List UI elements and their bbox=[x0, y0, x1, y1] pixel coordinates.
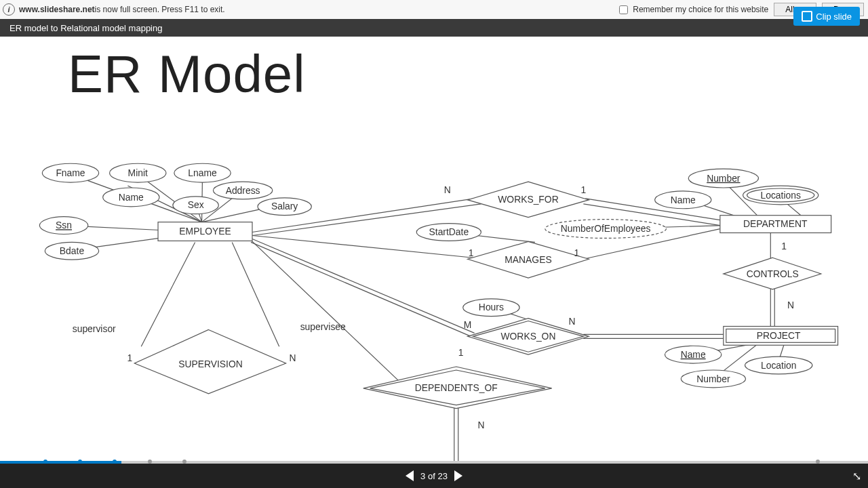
svg-text:N: N bbox=[568, 316, 575, 327]
slide-title: ER Model bbox=[68, 43, 868, 105]
svg-text:NumberOfEmployees: NumberOfEmployees bbox=[561, 223, 651, 234]
svg-text:Number: Number bbox=[696, 373, 730, 384]
notif-msg: is now full screen. Press F11 to exit. bbox=[95, 5, 225, 14]
svg-text:Locations: Locations bbox=[760, 190, 800, 201]
svg-text:Name: Name bbox=[671, 195, 696, 205]
svg-text:Number: Number bbox=[707, 173, 741, 184]
svg-text:1: 1 bbox=[127, 352, 132, 363]
svg-text:N: N bbox=[787, 300, 794, 310]
clip-icon bbox=[802, 11, 812, 22]
svg-text:Name: Name bbox=[681, 349, 706, 360]
svg-text:supervisee: supervisee bbox=[300, 321, 346, 332]
svg-text:1: 1 bbox=[574, 247, 580, 258]
svg-text:Location: Location bbox=[761, 360, 796, 371]
prev-slide-button[interactable] bbox=[406, 470, 414, 481]
svg-text:MANAGES: MANAGES bbox=[505, 254, 551, 265]
svg-text:SUPERVISION: SUPERVISION bbox=[178, 359, 243, 369]
svg-text:StartDate: StartDate bbox=[429, 226, 469, 237]
svg-text:N: N bbox=[444, 184, 451, 195]
svg-text:1: 1 bbox=[469, 247, 474, 258]
svg-text:CONTROLS: CONTROLS bbox=[747, 268, 799, 279]
svg-text:Fname: Fname bbox=[56, 167, 85, 178]
svg-text:Sex: Sex bbox=[188, 199, 204, 210]
fullscreen-notification: i www.slideshare.net is now full screen.… bbox=[0, 0, 868, 20]
info-icon: i bbox=[3, 3, 15, 16]
svg-text:Hours: Hours bbox=[479, 302, 504, 312]
svg-text:Address: Address bbox=[226, 185, 260, 196]
svg-text:M: M bbox=[464, 319, 472, 330]
entity-employee: EMPLOYEE bbox=[179, 226, 231, 237]
next-slide-button[interactable] bbox=[454, 470, 462, 481]
site-name: www.slideshare.net bbox=[19, 5, 95, 14]
exit-fullscreen-icon[interactable]: ⤡ bbox=[852, 470, 861, 483]
svg-text:N: N bbox=[290, 352, 296, 363]
clip-slide-button[interactable]: Clip slide bbox=[793, 7, 860, 26]
svg-text:1: 1 bbox=[781, 241, 787, 251]
svg-text:WORKS_FOR: WORKS_FOR bbox=[498, 194, 558, 205]
svg-text:Lname: Lname bbox=[188, 167, 217, 178]
svg-text:1: 1 bbox=[458, 347, 464, 358]
svg-text:Ssn: Ssn bbox=[56, 220, 72, 230]
svg-text:Salary: Salary bbox=[271, 201, 298, 211]
slide-controls: 3 of 23 bbox=[0, 464, 868, 488]
entity-department: DEPARTMENT bbox=[743, 218, 808, 229]
svg-line-24 bbox=[141, 242, 195, 346]
svg-text:Minit: Minit bbox=[128, 167, 148, 178]
presentation-title: ER model to Relational model mapping bbox=[0, 19, 868, 37]
svg-line-25 bbox=[232, 242, 279, 346]
svg-text:Name: Name bbox=[119, 192, 144, 203]
entity-project: PROJECT bbox=[757, 330, 801, 341]
slide-content: ER Model EMPLOYEE DEPARTMENT PROJECT DEP… bbox=[0, 37, 868, 461]
svg-text:N: N bbox=[477, 420, 484, 430]
remember-checkbox[interactable]: Remember my choice for this website bbox=[616, 3, 768, 16]
svg-text:DEPENDENTS_OF: DEPENDENTS_OF bbox=[415, 382, 498, 393]
svg-line-16 bbox=[252, 239, 475, 333]
svg-text:1: 1 bbox=[580, 184, 586, 195]
svg-text:supervisor: supervisor bbox=[73, 323, 116, 334]
svg-text:WORKS_ON: WORKS_ON bbox=[500, 331, 555, 342]
page-indicator: 3 of 23 bbox=[420, 471, 448, 481]
er-diagram: EMPLOYEE DEPARTMENT PROJECT DEPENDENT Fn… bbox=[20, 98, 848, 461]
svg-text:Bdate: Bdate bbox=[60, 245, 85, 256]
svg-line-17 bbox=[251, 242, 476, 338]
